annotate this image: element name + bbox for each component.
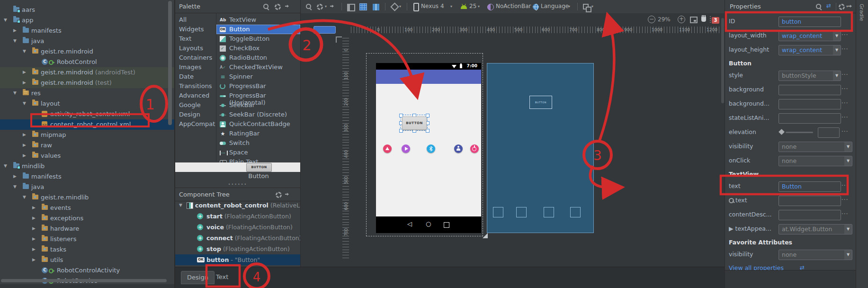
fab-power[interactable] bbox=[470, 144, 479, 153]
language-globe-icon[interactable] bbox=[533, 4, 539, 10]
chevron-down-icon[interactable]: ▼ bbox=[179, 203, 182, 207]
device-caret-icon[interactable]: ▾ bbox=[450, 4, 452, 9]
more-options-button[interactable]: ··· bbox=[841, 114, 848, 121]
zoom-to-fit-icon[interactable] bbox=[690, 17, 698, 23]
chevron-down-icon[interactable]: ▼ bbox=[23, 101, 26, 106]
tab-text[interactable]: Text bbox=[210, 271, 234, 283]
palette-category-All[interactable]: All bbox=[175, 15, 216, 25]
design-and-blueprint-view-icon[interactable] bbox=[359, 3, 367, 10]
palette-item-ProgressBar (Horizontal)[interactable]: ProgressBar (Horizontal) bbox=[216, 91, 300, 100]
project-tree-vertical-scrollbar[interactable] bbox=[168, 1, 172, 125]
component-tree-gear-icon[interactable] bbox=[276, 192, 282, 198]
chevron-down-icon[interactable]: ▼ bbox=[833, 71, 841, 81]
palette-item-Spinner[interactable]: ≡Spinner bbox=[216, 72, 300, 81]
device-screen-preview[interactable]: 7:00 BUTTON bbox=[376, 63, 481, 233]
palette-item-CheckBox[interactable]: CheckBox bbox=[216, 44, 300, 53]
device-label[interactable]: Nexus 4 bbox=[421, 3, 444, 9]
design-canvas[interactable]: − 29% + 3 010020030040050060070080090010… bbox=[300, 13, 725, 267]
chevron-right-icon[interactable]: ▶ bbox=[23, 70, 26, 74]
palette-item-ProgressBar[interactable]: ProgressBar bbox=[216, 81, 300, 91]
more-options-button[interactable]: ··· bbox=[841, 32, 848, 38]
chevron-down-icon[interactable]: ▼ bbox=[833, 31, 841, 41]
panel-splitter[interactable]: •••••• bbox=[175, 182, 300, 187]
property-input-text[interactable]: Button bbox=[779, 181, 841, 192]
language-caret-icon[interactable]: ▾ bbox=[568, 4, 570, 9]
chevron-right-icon[interactable]: ▶ bbox=[32, 257, 36, 262]
orientation-caret-icon[interactable]: ▾ bbox=[399, 4, 401, 9]
tree-item-geist.re.mindroid[interactable]: ▼geist.re.mindroid bbox=[0, 46, 174, 57]
palette-category-Layouts[interactable]: Layouts bbox=[175, 44, 216, 53]
tree-item-tasks[interactable]: ▶tasks bbox=[0, 244, 174, 255]
gear-icon[interactable] bbox=[317, 4, 323, 10]
chevron-right-icon[interactable]: ▶ bbox=[23, 132, 26, 137]
tree-item-geist.re.mindroid[interactable]: ▶geist.re.mindroid (androidTest) bbox=[0, 67, 174, 78]
tree-item-listeners[interactable]: ▶listeners bbox=[0, 234, 174, 244]
chevron-right-icon[interactable]: ▶ bbox=[13, 28, 17, 33]
tree-item-java[interactable]: ▼java bbox=[0, 36, 174, 46]
chevron-down-icon[interactable]: ▼ bbox=[13, 184, 17, 189]
palette-item-RatingBar[interactable]: ★RatingBar bbox=[216, 129, 300, 138]
chevron-down-icon[interactable]: ▼ bbox=[23, 49, 26, 54]
tree-item-geist.re.mindlib[interactable]: ▼geist.re.mindlib bbox=[0, 192, 174, 203]
palette-category-Containers[interactable]: Containers bbox=[175, 53, 216, 63]
chevron-down-icon[interactable]: ▼ bbox=[13, 90, 17, 95]
variant-caret-icon[interactable]: ▾ bbox=[591, 4, 593, 9]
chevron-down-icon[interactable]: ▼ bbox=[4, 163, 7, 168]
canvas-scrollbar[interactable] bbox=[721, 18, 724, 103]
component-tree-item-button[interactable]: OKbutton - "Button" bbox=[175, 254, 300, 265]
tree-item-RobotControlActivity[interactable]: CRobotControlActivity bbox=[0, 265, 174, 276]
component-tree-item-voice[interactable]: +voice (FloatingActionButton) bbox=[175, 222, 300, 233]
more-options-button[interactable]: ··· bbox=[841, 211, 848, 217]
tree-item-exceptions[interactable]: ▶exceptions bbox=[0, 213, 174, 224]
tree-item-values[interactable]: ▶values bbox=[0, 151, 174, 161]
property-dropdown-layout_height[interactable]: wrap_content▼ bbox=[779, 45, 841, 55]
slider-track[interactable] bbox=[786, 132, 813, 133]
tree-item-manifests[interactable]: ▶manifests bbox=[0, 171, 174, 182]
view-all-properties-link[interactable]: View all properties bbox=[729, 264, 784, 270]
more-options-button[interactable]: ··· bbox=[841, 197, 848, 203]
component-tree-item-content_robot_control[interactable]: ▼content_robot_control (RelativeLayout) bbox=[175, 200, 300, 211]
chevron-right-icon[interactable]: ▶ bbox=[32, 205, 36, 210]
palette-item-CheckedTextView[interactable]: ACheckedTextView bbox=[216, 63, 300, 72]
back-icon[interactable]: ◁ bbox=[407, 220, 412, 227]
more-options-button[interactable]: ··· bbox=[841, 46, 848, 53]
palette-category-Text[interactable]: Text bbox=[175, 34, 216, 44]
chevron-down-icon[interactable]: ▼ bbox=[844, 156, 852, 166]
tree-item-mindlib[interactable]: ▼mindlib bbox=[0, 161, 174, 171]
chevron-down-icon[interactable]: ▼ bbox=[833, 45, 841, 55]
palette-item-Button[interactable]: OKButton bbox=[216, 25, 300, 34]
component-tree-item-stop[interactable]: +stop (FloatingActionButton) bbox=[175, 243, 300, 254]
fab-stop[interactable] bbox=[454, 144, 463, 153]
theme-icon[interactable] bbox=[487, 4, 494, 10]
project-tree-horizontal-scrollbar[interactable] bbox=[1, 279, 167, 282]
blueprint-preview[interactable]: BUTTON bbox=[487, 63, 594, 233]
fab-connect[interactable] bbox=[427, 144, 435, 153]
palette-item-TextView[interactable]: AbTextView bbox=[216, 15, 300, 25]
property-dropdown-layout_width[interactable]: wrap_content▼ bbox=[779, 31, 841, 41]
chevron-right-icon[interactable]: ▶ bbox=[23, 80, 26, 85]
android-api-icon[interactable] bbox=[461, 5, 467, 9]
palette-category-Google[interactable]: Google bbox=[175, 100, 216, 110]
palette-category-Design[interactable]: Design bbox=[175, 110, 216, 119]
chevron-down-icon[interactable]: ▼ bbox=[844, 225, 852, 234]
pan-hand-icon[interactable] bbox=[701, 16, 706, 22]
zoom-out-icon[interactable]: − bbox=[648, 16, 655, 23]
property-input-text[interactable] bbox=[779, 196, 841, 206]
chevron-right-icon[interactable]: ▶ bbox=[23, 143, 26, 147]
more-options-button[interactable]: ··· bbox=[841, 100, 848, 107]
swap-view-icon[interactable]: ⇄ bbox=[826, 2, 831, 9]
design-view-icon[interactable] bbox=[347, 4, 355, 11]
property-dropdown-textAppea...[interactable]: at.Widget.Button▼ bbox=[779, 224, 852, 234]
tree-item-activity_robot_control.xml[interactable]: <>activity_robot_control.xml bbox=[0, 109, 174, 119]
palette-gear-icon[interactable] bbox=[275, 4, 281, 10]
selected-tool-indicator[interactable] bbox=[313, 26, 336, 34]
swap-arrows-icon[interactable]: ⇄ bbox=[800, 264, 805, 270]
property-dropdown-onClick[interactable]: none▼ bbox=[779, 156, 852, 166]
component-tree-item-start[interactable]: +start (FloatingActionButton) bbox=[175, 211, 300, 222]
more-options-button[interactable]: ··· bbox=[841, 128, 848, 135]
chevron-down-icon[interactable]: ▼ bbox=[844, 250, 852, 260]
tree-item-aars[interactable]: aars bbox=[0, 5, 174, 15]
chevron-down-icon[interactable]: ▼ bbox=[23, 195, 26, 199]
error-count-badge[interactable]: 3 bbox=[712, 17, 719, 24]
palette-category-Transitions[interactable]: Transitions bbox=[175, 81, 216, 91]
